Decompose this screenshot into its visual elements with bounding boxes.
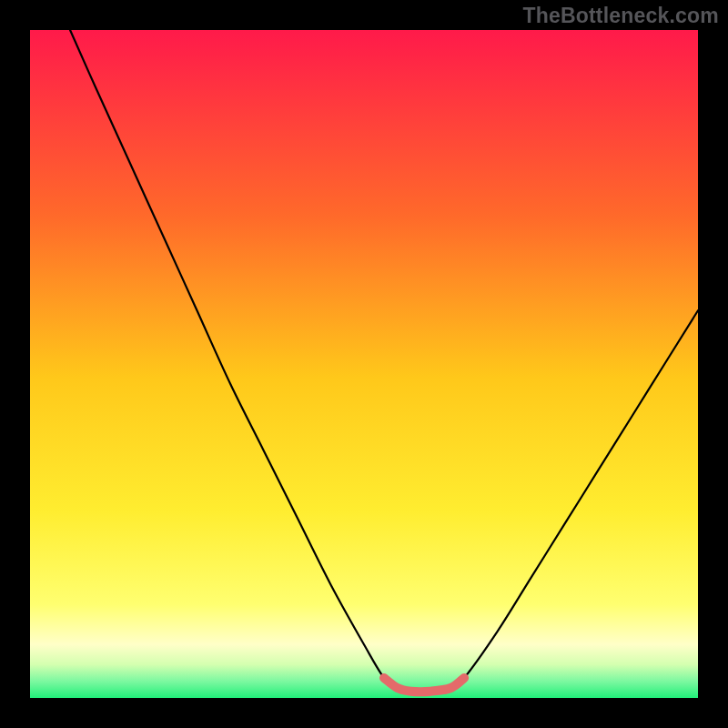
plot-panel: [30, 30, 698, 698]
watermark-text: TheBottleneck.com: [522, 4, 719, 28]
chart-frame: TheBottleneck.com: [0, 0, 728, 728]
bottleneck-chart: [0, 0, 728, 728]
